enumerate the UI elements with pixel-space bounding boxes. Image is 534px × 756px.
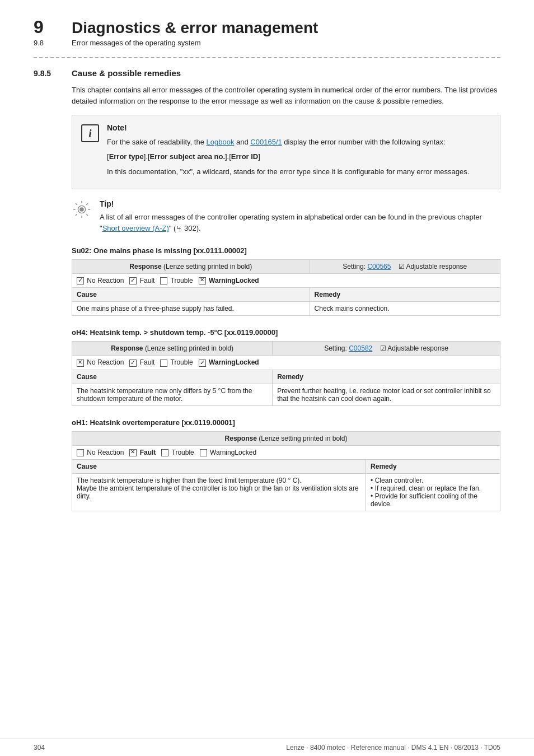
su02-adjustable: ☑ Adjustable response bbox=[399, 263, 467, 270]
su02-checkboxes: No Reaction Fault Trouble WarningLocked bbox=[72, 273, 500, 287]
su02-setting-link[interactable]: C00565 bbox=[367, 263, 391, 270]
note-content: Note! For the sake of readability, the L… bbox=[107, 123, 491, 180]
oh4-table: Response (Lenze setting printed in bold)… bbox=[72, 341, 500, 405]
svg-line-5 bbox=[76, 203, 77, 205]
su02-table: Response (Lenze setting printed in bold)… bbox=[72, 259, 500, 316]
oh1-cause-header: Cause bbox=[72, 459, 366, 473]
sub-number: 9.8 bbox=[34, 39, 56, 47]
oh1-cause: The heatsink temperature is higher than … bbox=[72, 473, 366, 511]
su02-cause: One mains phase of a three-phase supply … bbox=[72, 302, 310, 316]
oh4-response-label: Response (Lenze setting printed in bold) bbox=[72, 342, 273, 356]
note-box: i Note! For the sake of readability, the… bbox=[72, 115, 500, 189]
svg-line-7 bbox=[86, 203, 88, 205]
section-heading: 9.8.5 Cause & possible remedies bbox=[34, 68, 500, 78]
su02-remedy-header: Remedy bbox=[310, 288, 500, 302]
note-line2: In this documentation, "xx", a wildcard,… bbox=[107, 166, 491, 178]
chapter-title: Diagnostics & error management bbox=[72, 19, 318, 37]
content-block: This chapter contains all error messages… bbox=[72, 85, 500, 511]
page-number: 304 bbox=[34, 744, 45, 752]
oh1-remedy-header: Remedy bbox=[366, 459, 500, 473]
section-divider bbox=[34, 57, 500, 58]
su02-heading: Su02: One mains phase is missing [xx.011… bbox=[72, 246, 500, 255]
sub-title: Error messages of the operating system bbox=[72, 39, 201, 47]
oh4-remedy: Prevent further heating, i.e. reduce mot… bbox=[273, 384, 500, 405]
oh1-heading: oH1: Heatsink overtemperature [xx.0119.0… bbox=[72, 418, 500, 427]
oh1-response-label: Response (Lenze setting printed in bold) bbox=[72, 431, 500, 445]
info-icon: i bbox=[81, 124, 99, 142]
tip-content: Tip! A list of all error messages of the… bbox=[100, 199, 500, 234]
note-syntax: [Error type].[Error subject area no.].[E… bbox=[107, 151, 491, 162]
footer-copyright: Lenze · 8400 motec · Reference manual · … bbox=[286, 744, 500, 752]
su02-setting-col: Setting: C00565 ☑ Adjustable response bbox=[310, 259, 500, 273]
oh4-setting-col: Setting: C00582 ☑ Adjustable response bbox=[273, 342, 500, 356]
oh4-heading: oH4: Heatsink temp. > shutdown temp. -5°… bbox=[72, 328, 500, 337]
short-overview-link[interactable]: Short overview (A-Z) bbox=[102, 224, 169, 232]
su02-cause-header: Cause bbox=[72, 288, 310, 302]
tip-icon bbox=[72, 199, 92, 220]
oh4-cause-header: Cause bbox=[72, 370, 273, 384]
chapter-number: 9 bbox=[34, 17, 56, 38]
oh1-remedy: • Clean controller. • If required, clean… bbox=[366, 473, 500, 511]
c00165-link[interactable]: C00165/1 bbox=[250, 138, 282, 146]
oh4-remedy-header: Remedy bbox=[273, 370, 500, 384]
oh1-checkboxes: No Reaction Fault Trouble WarningLocked bbox=[72, 445, 500, 459]
note-line1: For the sake of readability, the Logbook… bbox=[107, 137, 491, 148]
logbook-link[interactable]: Logbook bbox=[207, 138, 235, 146]
tip-box: Tip! A list of all error messages of the… bbox=[72, 199, 500, 234]
note-title: Note! bbox=[107, 123, 491, 132]
su02-remedy: Check mains connection. bbox=[310, 302, 500, 316]
svg-line-6 bbox=[86, 214, 88, 216]
error-block-su02: Su02: One mains phase is missing [xx.011… bbox=[72, 246, 500, 316]
oh4-setting-link[interactable]: C00582 bbox=[349, 344, 372, 352]
section-title: Cause & possible remedies bbox=[72, 68, 181, 78]
tip-title: Tip! bbox=[100, 199, 500, 208]
svg-line-8 bbox=[76, 214, 77, 216]
tip-text: A list of all error messages of the cont… bbox=[100, 212, 500, 234]
svg-point-9 bbox=[79, 207, 84, 212]
oh4-adjustable: ☑ Adjustable response bbox=[380, 344, 448, 352]
su02-response-label: Response (Lenze setting printed in bold) bbox=[72, 259, 310, 273]
oh1-table: Response (Lenze setting printed in bold)… bbox=[72, 431, 500, 511]
error-block-oh4: oH4: Heatsink temp. > shutdown temp. -5°… bbox=[72, 328, 500, 405]
section-number: 9.8.5 bbox=[34, 69, 62, 78]
oh4-cause: The heatsink temperature now only differ… bbox=[72, 384, 273, 405]
page-footer: 304 Lenze · 8400 motec · Reference manua… bbox=[0, 739, 534, 756]
page-header: 9 Diagnostics & error management 9.8 Err… bbox=[34, 17, 500, 47]
intro-text: This chapter contains all error messages… bbox=[72, 85, 500, 107]
error-block-oh1: oH1: Heatsink overtemperature [xx.0119.0… bbox=[72, 418, 500, 511]
oh4-checkboxes: No Reaction Fault Trouble WarningLocked bbox=[72, 356, 500, 370]
